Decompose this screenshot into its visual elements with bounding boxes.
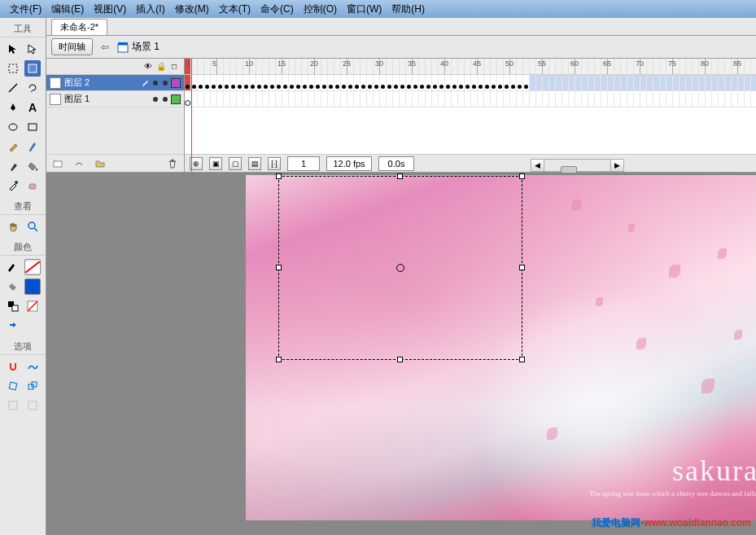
center-frame-icon[interactable]: ⊕ bbox=[190, 157, 203, 170]
visibility-dot[interactable] bbox=[153, 97, 158, 102]
rectangle-tool-icon[interactable] bbox=[24, 119, 41, 135]
handle-ml[interactable] bbox=[276, 265, 282, 270]
snap-option-icon[interactable] bbox=[5, 358, 21, 375]
menu-text[interactable]: 文本(T) bbox=[214, 1, 256, 18]
scale-option-icon[interactable] bbox=[24, 378, 41, 394]
option-b-icon[interactable] bbox=[24, 397, 41, 414]
text-tool-icon[interactable]: A bbox=[24, 99, 41, 116]
eyedropper-tool-icon[interactable] bbox=[5, 178, 21, 194]
stroke-swatch[interactable] bbox=[24, 259, 41, 275]
tools-title: 工具 bbox=[0, 21, 46, 37]
menu-modify[interactable]: 修改(M) bbox=[170, 1, 214, 18]
menu-view[interactable]: 视图(V) bbox=[89, 1, 131, 18]
selection-tool-icon[interactable] bbox=[5, 41, 21, 57]
add-guide-icon[interactable] bbox=[71, 156, 87, 172]
menu-edit[interactable]: 编辑(E) bbox=[46, 1, 89, 18]
rotate-option-icon[interactable] bbox=[5, 378, 21, 394]
option-a-icon[interactable] bbox=[5, 397, 21, 414]
smooth-option-icon[interactable] bbox=[24, 358, 41, 375]
bw-swap-icon[interactable] bbox=[5, 298, 21, 314]
stage-area[interactable]: sakura The spring win from which a cherr… bbox=[46, 173, 756, 535]
onion-outline-icon[interactable]: ▢ bbox=[229, 157, 242, 170]
layer-row[interactable]: 图层 2 bbox=[46, 75, 184, 91]
zoom-tool-icon[interactable] bbox=[24, 218, 41, 235]
menu-insert[interactable]: 插入(I) bbox=[131, 1, 169, 18]
bucket-tool-icon[interactable] bbox=[24, 158, 41, 174]
svg-rect-20 bbox=[28, 401, 37, 410]
stroke-color-icon[interactable] bbox=[5, 259, 21, 275]
visibility-header-icon[interactable]: 👁 bbox=[143, 62, 153, 71]
subselect-tool-icon[interactable] bbox=[24, 41, 41, 57]
watermark: 我爱电脑网-www.woaidiannao.com bbox=[592, 515, 751, 530]
lock-dot[interactable] bbox=[163, 97, 168, 102]
svg-point-3 bbox=[9, 124, 17, 130]
timeline-toggle-button[interactable]: 时间轴 bbox=[51, 38, 93, 55]
pen-tool-icon[interactable] bbox=[5, 99, 21, 116]
handle-mr[interactable] bbox=[519, 265, 525, 270]
handle-bc[interactable] bbox=[397, 357, 403, 362]
lock-header-icon[interactable]: 🔒 bbox=[156, 62, 166, 71]
layer-row[interactable]: 图层 1 bbox=[46, 91, 184, 107]
eraser-tool-icon[interactable] bbox=[24, 178, 41, 194]
selection-box[interactable] bbox=[278, 176, 522, 360]
frames-row[interactable] bbox=[185, 91, 756, 107]
free-transform-tool-icon[interactable] bbox=[5, 60, 21, 77]
handle-bl[interactable] bbox=[276, 357, 282, 362]
layer-name: 图层 1 bbox=[64, 93, 150, 105]
onion-markers-icon[interactable]: [·] bbox=[268, 157, 281, 170]
svg-line-9 bbox=[34, 228, 37, 231]
document-tabs: 未命名-2* bbox=[46, 18, 756, 36]
menu-help[interactable]: 帮助(H) bbox=[387, 1, 430, 18]
handle-tc[interactable] bbox=[397, 173, 403, 179]
fill-color-icon[interactable] bbox=[5, 278, 21, 295]
handle-tr[interactable] bbox=[519, 173, 525, 179]
gradient-transform-tool-icon[interactable] bbox=[24, 60, 41, 77]
hand-tool-icon[interactable] bbox=[5, 218, 21, 235]
current-frame-input[interactable] bbox=[287, 156, 320, 171]
visibility-dot[interactable] bbox=[153, 81, 158, 86]
new-layer-icon[interactable] bbox=[50, 156, 66, 172]
layers-footer bbox=[46, 154, 184, 172]
outline-header-icon[interactable]: □ bbox=[169, 62, 179, 71]
delete-layer-icon[interactable] bbox=[164, 156, 181, 172]
color-section-title: 颜色 bbox=[0, 239, 46, 256]
document-tab[interactable]: 未命名-2* bbox=[51, 19, 107, 35]
onion-skin-icon[interactable]: ▣ bbox=[209, 157, 222, 170]
elapsed-time-input[interactable] bbox=[378, 156, 414, 171]
svg-rect-7 bbox=[29, 184, 36, 189]
lasso-tool-icon[interactable] bbox=[24, 80, 41, 96]
fill-swatch[interactable] bbox=[24, 278, 41, 295]
timeline-scrollbar[interactable]: ◀ ▶ bbox=[531, 159, 624, 172]
menu-command[interactable]: 命令(C) bbox=[256, 1, 299, 18]
handle-tl[interactable] bbox=[276, 173, 282, 179]
handle-center[interactable] bbox=[396, 264, 404, 272]
options-section-title: 选项 bbox=[0, 339, 46, 355]
lock-dot[interactable] bbox=[163, 81, 168, 86]
svg-point-5 bbox=[36, 169, 38, 171]
scene-back-icon[interactable]: ⇦ bbox=[98, 42, 112, 53]
oval-tool-icon[interactable] bbox=[5, 119, 21, 135]
menu-window[interactable]: 窗口(W) bbox=[342, 1, 387, 18]
menu-control[interactable]: 控制(O) bbox=[299, 1, 342, 18]
layer-color-swatch[interactable] bbox=[171, 94, 181, 104]
handle-br[interactable] bbox=[519, 357, 525, 362]
new-folder-icon[interactable] bbox=[92, 156, 108, 172]
scene-name[interactable]: 场景 1 bbox=[117, 40, 160, 54]
line-tool-icon[interactable] bbox=[5, 80, 21, 96]
clapboard-icon bbox=[117, 42, 129, 53]
edit-multi-icon[interactable]: ▤ bbox=[248, 157, 261, 170]
svg-rect-4 bbox=[28, 124, 37, 130]
no-color-icon[interactable] bbox=[24, 298, 41, 314]
ink-tool-icon[interactable] bbox=[5, 158, 21, 174]
swap-colors-icon[interactable] bbox=[5, 318, 21, 334]
menu-file[interactable]: 文件(F) bbox=[5, 1, 46, 18]
timeline-ruler[interactable]: 1510152025303540455055606570758085 bbox=[185, 59, 756, 75]
scroll-left-icon[interactable]: ◀ bbox=[531, 160, 544, 171]
brush-tool-icon[interactable] bbox=[24, 138, 41, 155]
fps-input[interactable] bbox=[326, 156, 372, 171]
frames-row[interactable] bbox=[185, 75, 756, 91]
pencil-tool-icon[interactable] bbox=[5, 138, 21, 155]
layer-color-swatch[interactable] bbox=[171, 78, 181, 88]
scroll-right-icon[interactable]: ▶ bbox=[610, 160, 623, 171]
sakura-title: sakura bbox=[672, 454, 756, 488]
